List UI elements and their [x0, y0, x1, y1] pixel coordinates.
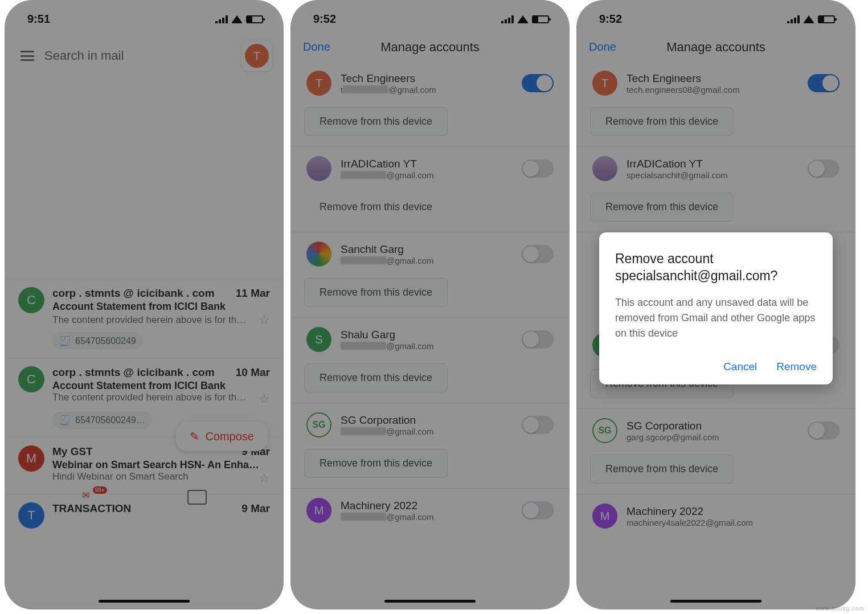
account-avatar: [306, 156, 331, 181]
remove-button[interactable]: Remove: [776, 361, 817, 373]
remove-device-button[interactable]: Remove from this device: [304, 449, 448, 478]
profile-avatar-button[interactable]: T: [241, 40, 272, 71]
status-icons: [215, 15, 263, 23]
account-avatar: SG: [306, 412, 331, 437]
remove-device-button[interactable]: Remove from this device: [590, 193, 734, 222]
account-avatar: M: [592, 504, 617, 529]
account-row[interactable]: IrrADICation YTspecialsanchit@gmail.com: [588, 147, 844, 190]
dialog-message: This account and any unsaved data will b…: [615, 295, 817, 341]
nav-header: Done Manage accounts: [576, 30, 855, 62]
sender-avatar: C: [18, 366, 44, 392]
remove-device-button[interactable]: Remove from this device: [304, 363, 448, 392]
mail-preview: The content provided herein above is for…: [52, 314, 246, 326]
mail-from: corp . stmnts @ icicibank . com11 Mar: [52, 287, 270, 300]
home-indicator: [384, 600, 476, 603]
avatar-letter: T: [245, 44, 269, 68]
account-toggle[interactable]: [522, 159, 554, 178]
cancel-button[interactable]: Cancel: [723, 361, 757, 373]
account-toggle[interactable]: [808, 74, 840, 92]
account-row[interactable]: Sanchit Garg@gmail.com: [302, 232, 558, 276]
account-toggle[interactable]: [808, 421, 840, 440]
sender-avatar: M: [18, 445, 44, 472]
account-avatar: T: [592, 71, 617, 96]
search-bar[interactable]: Search in mail T: [5, 30, 284, 79]
sender-avatar: C: [18, 287, 44, 313]
remove-device-button[interactable]: Remove from this device: [590, 107, 734, 136]
status-bar: 9:51: [5, 0, 284, 30]
attachment-chip[interactable]: 🧾654705600249…: [52, 411, 152, 429]
attachment-chip[interactable]: 🧾654705600249: [52, 332, 143, 350]
account-toggle[interactable]: [522, 416, 554, 434]
watermark: www.dsuag.com: [816, 605, 865, 612]
battery-icon: [246, 15, 263, 23]
remove-device-button[interactable]: Remove from this device: [304, 278, 448, 307]
account-toggle[interactable]: [522, 245, 554, 263]
compose-button[interactable]: ✎ Compose: [176, 421, 268, 451]
status-bar: 9:52: [576, 0, 855, 30]
star-icon[interactable]: ☆: [259, 392, 270, 407]
signal-icon: [215, 15, 228, 23]
page-title: Manage accounts: [290, 40, 570, 55]
mail-subject: Account Statement from ICICI Bank: [52, 301, 270, 313]
battery-icon: [532, 15, 549, 23]
account-avatar: M: [306, 498, 331, 523]
menu-icon[interactable]: [21, 51, 34, 61]
phone-screen-3: 9:52 Done Manage accounts T Tech Enginee…: [576, 0, 855, 609]
remove-device-button[interactable]: Remove from this device: [304, 107, 448, 136]
mail-item[interactable]: C corp . stmnts @ icicibank . com11 Mar …: [5, 279, 284, 358]
phone-screen-2: 9:52 Done Manage accounts T Tech Enginee…: [290, 0, 570, 609]
dialog-title: Remove account specialsanchit@gmail.com?: [615, 251, 817, 285]
signal-icon: [501, 15, 514, 23]
remove-account-dialog: Remove account specialsanchit@gmail.com?…: [599, 232, 833, 384]
search-placeholder: Search in mail: [44, 48, 231, 63]
status-bar: 9:52: [290, 0, 570, 30]
account-row[interactable]: S Shalu Garg@gmail.com: [302, 318, 558, 361]
status-time: 9:52: [313, 13, 336, 26]
battery-icon: [818, 15, 835, 23]
star-icon[interactable]: ☆: [259, 313, 270, 328]
file-icon: 🧾: [59, 335, 71, 346]
account-avatar: S: [306, 327, 331, 352]
wifi-icon: [231, 15, 243, 23]
account-avatar: T: [306, 71, 331, 96]
account-row[interactable]: T Tech Engineerst@gmail.com: [302, 62, 558, 105]
account-avatar: [592, 156, 617, 181]
remove-device-button[interactable]: Remove from this device: [304, 193, 448, 222]
wifi-icon: [803, 15, 814, 23]
account-row[interactable]: SG SG Corporationgarg.sgcorp@gmail.com: [588, 409, 844, 452]
status-time: 9:52: [599, 13, 622, 26]
page-title: Manage accounts: [576, 40, 855, 55]
account-row[interactable]: SG SG Corporation@gmail.com: [302, 403, 558, 447]
account-toggle[interactable]: [522, 330, 554, 349]
remove-device-button[interactable]: Remove from this device: [590, 455, 734, 484]
meet-tab-icon[interactable]: [187, 490, 207, 505]
home-indicator: [99, 600, 190, 603]
pencil-icon: ✎: [190, 429, 199, 443]
wifi-icon: [517, 15, 529, 23]
account-toggle[interactable]: [808, 159, 840, 178]
file-icon: 🧾: [59, 415, 71, 425]
account-toggle[interactable]: [522, 501, 554, 519]
home-indicator: [670, 600, 761, 603]
status-time: 9:51: [27, 13, 50, 26]
phone-screen-1: 9:51 Search in mail T C: [5, 0, 284, 609]
account-row[interactable]: M Machinery 2022machinery4sale2022@gmail…: [588, 494, 844, 538]
account-row[interactable]: M Machinery 2022@gmail.com: [302, 489, 558, 532]
account-avatar: [306, 241, 331, 267]
account-row[interactable]: T Tech Engineerstech.engineers08@gmail.c…: [588, 62, 844, 105]
account-toggle[interactable]: [522, 74, 554, 92]
mail-tab-icon[interactable]: ✉99+: [82, 490, 101, 505]
nav-header: Done Manage accounts: [290, 30, 570, 62]
signal-icon: [787, 15, 800, 23]
account-avatar: SG: [592, 418, 617, 443]
bottom-nav: ✉99+: [5, 480, 284, 515]
account-row[interactable]: IrrADICation YT@gmail.com: [302, 147, 558, 190]
